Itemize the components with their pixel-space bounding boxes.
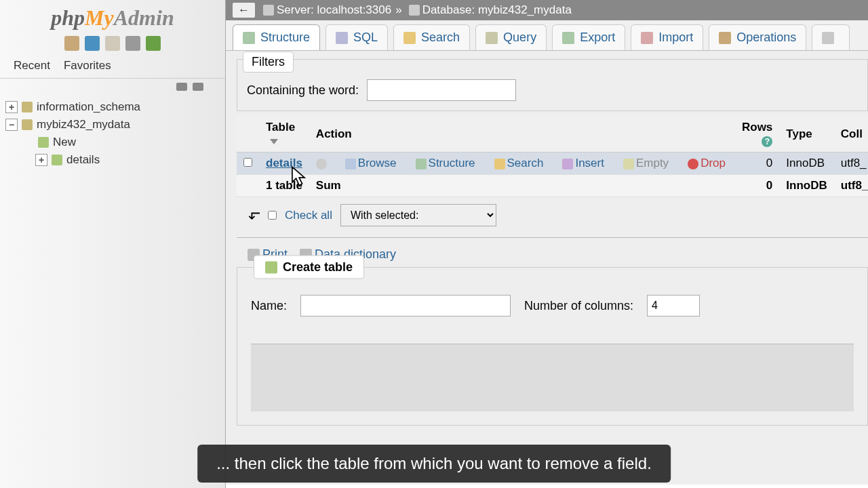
table-name-link[interactable]: details — [266, 157, 302, 169]
sum-row: 1 table Sum 0 InnoDB utf8_ — [237, 175, 868, 197]
tab-structure[interactable]: Structure — [233, 24, 320, 50]
logout-icon[interactable] — [85, 36, 100, 51]
col-action: Action — [309, 117, 735, 152]
check-all-label[interactable]: Check all — [285, 209, 332, 222]
create-table-legend: Create table — [254, 256, 364, 279]
tab-query[interactable]: Query — [475, 24, 547, 50]
search-icon — [494, 159, 505, 169]
more-icon — [822, 32, 834, 44]
operations-icon — [719, 32, 731, 44]
structure-icon — [243, 32, 255, 44]
server-label: Server: — [277, 3, 314, 17]
sort-desc-icon — [270, 139, 278, 144]
caption-overlay: ... then click the table from which you … — [197, 445, 671, 483]
empty-action[interactable]: Empty — [623, 157, 669, 169]
insert-action[interactable]: Insert — [562, 157, 604, 169]
back-button[interactable]: ← — [233, 3, 255, 18]
col-table[interactable]: Table — [259, 117, 309, 152]
db-label: Database: — [422, 3, 475, 17]
filters-legend: Filters — [243, 52, 294, 73]
name-label: Name: — [251, 299, 287, 313]
filter-input[interactable] — [367, 79, 516, 101]
breadcrumb-sep: » — [395, 3, 401, 17]
col-collation[interactable]: Coll — [834, 117, 868, 152]
insert-icon — [562, 159, 573, 169]
tab-search[interactable]: Search — [393, 24, 470, 50]
recent-favorites-bar: Recent Favorites — [0, 54, 225, 79]
search-icon — [403, 32, 416, 44]
tab-more[interactable] — [812, 24, 850, 50]
tab-sql[interactable]: SQL — [326, 24, 388, 50]
table-name-input[interactable] — [300, 295, 511, 317]
tree-table-details[interactable]: details — [66, 153, 100, 167]
database-icon — [22, 119, 33, 130]
browse-icon — [345, 159, 356, 169]
check-arrow-icon: ↳ — [245, 209, 262, 222]
link-icon[interactable] — [193, 83, 203, 91]
db-mybiz[interactable]: mybiz432_mydata — [37, 118, 130, 131]
import-icon — [641, 32, 653, 44]
reload-icon[interactable] — [146, 36, 161, 51]
structure-icon — [416, 159, 427, 169]
gear-icon[interactable] — [125, 36, 140, 51]
create-table-icon — [265, 261, 277, 273]
breadcrumb: ← Server: localhost:3306 » Database: myb… — [226, 0, 868, 20]
db-information-schema[interactable]: information_schema — [37, 100, 140, 114]
empty-icon — [623, 159, 634, 169]
tab-import[interactable]: Import — [631, 24, 703, 50]
row-collation: utf8_ — [834, 152, 868, 175]
tab-operations[interactable]: Operations — [709, 24, 806, 50]
docs-icon[interactable] — [105, 36, 120, 51]
col-rows[interactable]: Rows? — [735, 117, 779, 152]
check-all-box[interactable] — [268, 211, 277, 220]
collapse-toggle[interactable]: − — [5, 119, 18, 131]
drop-icon — [688, 159, 698, 169]
columns-input[interactable] — [647, 295, 700, 317]
favorites-tab[interactable]: Favorites — [57, 56, 118, 75]
expand-toggle[interactable]: + — [5, 101, 18, 113]
server-name[interactable]: localhost:3306 — [317, 3, 392, 17]
quick-icons — [0, 33, 225, 54]
table-icon — [52, 155, 62, 165]
sql-icon — [336, 32, 348, 44]
db-tree: + information_schema − mybiz432_mydata N… — [0, 96, 225, 169]
structure-action[interactable]: Structure — [416, 157, 475, 169]
help-icon[interactable]: ? — [762, 136, 772, 147]
recent-tab[interactable]: Recent — [7, 56, 57, 75]
expand-toggle[interactable]: + — [35, 154, 47, 166]
database-icon — [409, 5, 420, 16]
export-icon — [562, 32, 574, 44]
with-selected-dropdown[interactable]: With selected: — [340, 204, 496, 226]
server-icon — [263, 5, 274, 16]
col-type[interactable]: Type — [779, 117, 833, 152]
search-action[interactable]: Search — [494, 157, 544, 169]
home-icon[interactable] — [64, 36, 79, 51]
tab-export[interactable]: Export — [552, 24, 625, 50]
tree-new[interactable]: New — [53, 136, 76, 149]
db-name[interactable]: mybiz432_mydata — [478, 3, 572, 17]
row-checkbox[interactable] — [243, 158, 252, 167]
drop-action[interactable]: Drop — [688, 157, 726, 169]
row-rows: 0 — [735, 152, 779, 175]
cols-label: Number of columns: — [524, 299, 633, 313]
logo: phpMyAdmin — [0, 0, 225, 33]
row-type: InnoDB — [779, 152, 833, 175]
new-table-icon — [38, 137, 49, 148]
database-icon — [22, 102, 33, 113]
query-icon — [486, 32, 498, 44]
table-row[interactable]: details Browse Structure Search Insert E… — [237, 152, 868, 175]
tabs: Structure SQL Search Query Export Import… — [226, 20, 868, 51]
browse-action[interactable]: Browse — [345, 157, 397, 169]
containing-label: Containing the word: — [247, 83, 359, 98]
star-icon[interactable] — [316, 159, 327, 169]
collapse-icon[interactable] — [176, 83, 187, 91]
